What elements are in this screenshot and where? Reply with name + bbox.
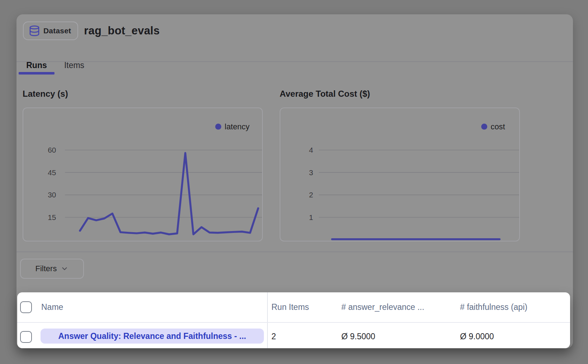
column-header-name[interactable]: Name bbox=[41, 302, 63, 312]
database-icon bbox=[29, 25, 40, 37]
filters-button-label: Filters bbox=[35, 264, 57, 273]
dataset-badge: Dataset bbox=[23, 21, 78, 40]
tab-items[interactable]: Items bbox=[59, 57, 90, 73]
runs-table: Name Run Items # answer_relevance ... # … bbox=[17, 292, 570, 348]
svg-text:30: 30 bbox=[48, 191, 56, 199]
dataset-badge-label: Dataset bbox=[43, 27, 71, 35]
column-header-run-items[interactable]: Run Items bbox=[271, 302, 309, 312]
svg-text:45: 45 bbox=[48, 168, 56, 177]
svg-text:4: 4 bbox=[309, 146, 313, 154]
svg-text:cost: cost bbox=[490, 122, 505, 131]
dataset-card: Dataset rag_bot_evals Runs Items Latency… bbox=[16, 14, 573, 348]
cell-run-items: 2 bbox=[271, 332, 276, 341]
svg-text:15: 15 bbox=[48, 213, 56, 221]
latency-chart: 15304560latency bbox=[23, 107, 263, 241]
page-title: rag_bot_evals bbox=[84, 24, 160, 37]
select-all-checkbox[interactable] bbox=[20, 301, 32, 313]
tab-runs[interactable]: Runs bbox=[19, 57, 54, 73]
svg-text:60: 60 bbox=[48, 146, 56, 154]
cost-chart-title: Average Total Cost ($) bbox=[280, 89, 370, 99]
run-name-link[interactable]: Answer Quality: Relevance and Faithfulne… bbox=[41, 329, 264, 344]
svg-text:3: 3 bbox=[309, 168, 313, 177]
card-header: Dataset rag_bot_evals bbox=[23, 21, 160, 40]
filters-button[interactable]: Filters bbox=[20, 259, 84, 279]
page: { "header": { "badge_label": "Dataset", … bbox=[0, 0, 588, 364]
active-tab-underline bbox=[19, 72, 54, 75]
column-divider bbox=[267, 292, 268, 348]
tab-divider bbox=[16, 61, 573, 62]
svg-text:latency: latency bbox=[225, 122, 250, 131]
header-row-divider bbox=[17, 322, 570, 323]
cost-chart: 1234cost bbox=[280, 107, 520, 241]
chevron-down-icon bbox=[61, 265, 68, 273]
cost-chart-canvas: 1234cost bbox=[280, 108, 519, 241]
svg-text:2: 2 bbox=[309, 191, 313, 199]
tab-bar: Runs Items bbox=[16, 54, 573, 76]
row-checkbox[interactable] bbox=[20, 331, 32, 343]
filters-divider bbox=[16, 252, 573, 252]
run-name-label: Answer Quality: Relevance and Faithfulne… bbox=[58, 331, 246, 341]
cell-answer-relevance: Ø 9.5000 bbox=[341, 332, 375, 341]
svg-text:1: 1 bbox=[309, 213, 313, 221]
column-header-faithfulness[interactable]: # faithfulness (api) bbox=[460, 302, 527, 312]
column-header-answer-relevance[interactable]: # answer_relevance ... bbox=[341, 302, 424, 312]
cell-faithfulness: Ø 9.0000 bbox=[460, 332, 494, 341]
latency-chart-title: Latency (s) bbox=[23, 89, 68, 99]
latency-chart-canvas: 15304560latency bbox=[23, 108, 262, 241]
